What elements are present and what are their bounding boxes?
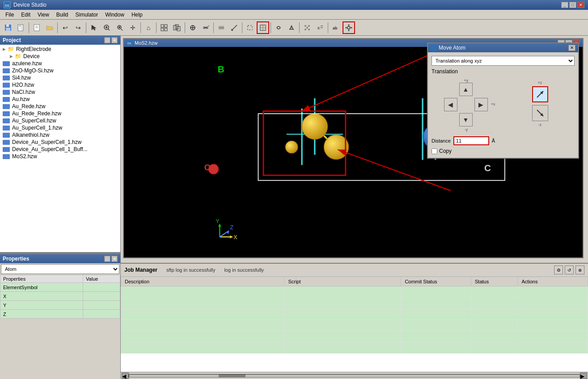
redo-btn[interactable]: ↪ [72, 21, 85, 34]
menu-help[interactable]: Help [128, 11, 146, 19]
lattice2-btn[interactable] [171, 21, 183, 34]
zoom-in-btn[interactable] [101, 21, 113, 34]
svg-text:DS: DS [127, 42, 131, 45]
move-right-btn[interactable]: ▶ +x [474, 98, 488, 111]
bond-btn[interactable] [215, 21, 228, 34]
move-z-down-btn[interactable] [532, 105, 548, 121]
tree-label: RightElectrode [16, 46, 51, 52]
tree-item-device-au-buff[interactable]: Device_Au_SuperCell_1_Buff... [1, 146, 119, 153]
tree-item-si4[interactable]: Si4.hzw [1, 74, 119, 81]
lattice-btn[interactable] [158, 21, 170, 34]
atom-type-dropdown[interactable]: Atom [1, 264, 119, 274]
kpoints-btn[interactable]: K [314, 21, 326, 34]
translation-type-dropdown[interactable]: Translation along xyz [431, 56, 575, 66]
tree-item-alkanethiol[interactable]: Alkanethiol.hzw [1, 131, 119, 139]
svg-rect-19 [165, 25, 167, 27]
menu-window[interactable]: Window [102, 11, 128, 19]
scroll-right-btn[interactable]: ▶ [580, 373, 587, 379]
distance-input[interactable] [453, 136, 489, 145]
move-btn[interactable]: ✛ [127, 21, 139, 34]
add-atom-btn[interactable] [186, 21, 199, 34]
tree-label: Device [23, 53, 40, 59]
tree-item-right-electrode[interactable]: ▶ 📁 RightElectrode [1, 46, 119, 53]
job-settings-btn[interactable]: ⚙ [554, 265, 563, 274]
table-row-empty1 [121, 286, 588, 298]
prop-maximize-btn[interactable]: □ [104, 256, 110, 262]
table-row-empty3 [121, 309, 588, 320]
save-btn[interactable] [2, 21, 14, 34]
text-btn[interactable]: ab [330, 21, 342, 34]
menu-file[interactable]: File [2, 11, 17, 19]
menu-edit[interactable]: Edit [17, 11, 34, 19]
close-btn[interactable]: ✕ [577, 2, 584, 8]
scroll-track[interactable] [129, 374, 580, 378]
file-icon [3, 104, 10, 109]
add-atom2-btn[interactable] [199, 21, 212, 34]
svg-point-44 [308, 25, 310, 27]
tree-item-nacl[interactable]: NaCl.hzw [1, 88, 119, 96]
job-add-btn[interactable]: ⊕ [575, 265, 584, 274]
expand-icon: ▶ [10, 54, 13, 59]
login-status: log in successfully [224, 267, 264, 273]
prop-close-btn[interactable]: ✕ [111, 256, 118, 262]
horizontal-scrollbar[interactable]: ◀ ▶ [121, 372, 588, 379]
tree-item-au-supercell-1[interactable]: Au_SuperCell_1.hzw [1, 124, 119, 131]
empty-cell-status4 [471, 320, 517, 331]
move-z-up-btn[interactable] [532, 86, 548, 102]
toolbar: 📄 ↩ ↪ ✛ ⌂ [0, 20, 588, 36]
job-table: Description Script Commit Status Status … [121, 277, 588, 354]
tree-item-au-rede-rede[interactable]: Au_Rede_Rede.hzw [1, 110, 119, 117]
col-script: Script [284, 277, 401, 286]
tree-item-device-au[interactable]: Device_Au_SuperCell_1.hzw [1, 139, 119, 146]
project-close-btn[interactable]: ✕ [111, 37, 118, 43]
tree-item-mos2[interactable]: MoS2.hzw [1, 153, 119, 160]
select-region-btn[interactable] [244, 21, 256, 34]
maximize-btn[interactable]: □ [569, 2, 576, 8]
project-maximize-btn[interactable]: □ [104, 37, 110, 43]
new-btn[interactable] [30, 21, 43, 34]
empty-cell-commit2 [401, 298, 471, 309]
periodic-btn[interactable] [301, 21, 313, 34]
measure-btn[interactable] [228, 21, 241, 34]
tree-item-au-rede[interactable]: Au_Rede.hzw [1, 103, 119, 110]
properties-title: Properties [3, 256, 29, 262]
dialog-close-btn[interactable]: ✕ [568, 45, 575, 51]
tree-label: Au_Rede_Rede.hzw [12, 110, 61, 117]
tree-item-au[interactable]: Au.hzw [1, 96, 119, 103]
app-title: Device Studio [13, 2, 47, 8]
settings-btn[interactable] [343, 21, 355, 34]
empty-cell-actions4 [518, 320, 588, 331]
zoom-fit-btn[interactable] [114, 21, 126, 34]
file-icon [3, 118, 10, 123]
tree-label: Device_Au_SuperCell_1_Buff... [12, 146, 88, 152]
move-left-btn[interactable]: ◀ [444, 98, 457, 111]
svg-rect-6 [19, 25, 21, 26]
scroll-thumb[interactable] [219, 375, 245, 377]
empty-cell-script [284, 286, 401, 298]
job-refresh-btn[interactable]: ↺ [565, 265, 574, 274]
empty-cell3 [444, 113, 458, 127]
minimize-btn[interactable]: _ [561, 2, 568, 8]
menu-simulator[interactable]: Simulator [72, 11, 102, 19]
tree-item-azulene[interactable]: azulene.hzw [1, 60, 119, 67]
tree-item-zno[interactable]: ZnO-MgO-Si.hzw [1, 67, 119, 74]
tree-item-h2o[interactable]: H2O.hzw [1, 81, 119, 88]
tree-item-device[interactable]: ▶ 📁 Device [1, 53, 119, 60]
saveas-btn[interactable]: 📄 [15, 21, 27, 34]
tree-item-au-supercell[interactable]: Au_SuperCell.hzw [1, 117, 119, 124]
open-btn[interactable] [43, 21, 56, 34]
svg-point-17 [118, 26, 120, 28]
home-btn[interactable]: ⌂ [142, 21, 155, 34]
copy-checkbox[interactable] [431, 148, 437, 154]
select-region2-btn[interactable] [257, 21, 269, 34]
empty-cell-status6 [471, 342, 517, 354]
menu-build[interactable]: Build [53, 11, 72, 19]
undo-btn[interactable]: ↩ [59, 21, 72, 34]
mirror-btn[interactable] [285, 21, 298, 34]
menu-view[interactable]: View [34, 11, 53, 19]
select-btn[interactable] [88, 21, 100, 34]
move-down-btn[interactable]: ▼ [459, 113, 473, 126]
transform-btn[interactable] [272, 21, 285, 34]
move-up-btn[interactable]: ▲ [459, 83, 473, 96]
scroll-left-btn[interactable]: ◀ [122, 373, 129, 379]
